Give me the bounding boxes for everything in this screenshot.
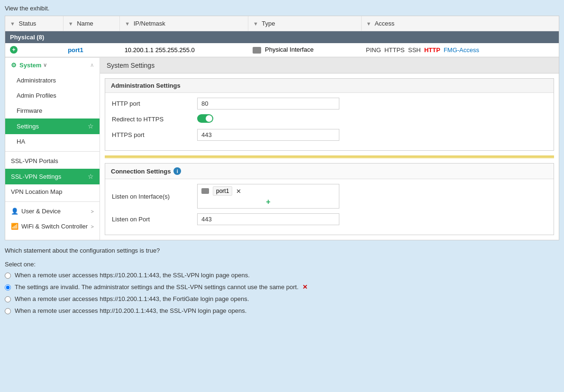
status-plus-icon: +: [10, 46, 18, 54]
option-2-text: The settings are invalid. The administra…: [15, 283, 299, 291]
filter-icon-name: ▼: [68, 21, 73, 27]
option-4: When a remote user accesses http://10.20…: [5, 307, 559, 314]
col-name[interactable]: ▼ Name: [63, 16, 119, 31]
port1-tag: port1: [213, 186, 232, 196]
listen-interface-label: Listen on Interface(s): [112, 193, 197, 200]
admin-settings-section: Administration Settings HTTP port Redire…: [105, 78, 554, 151]
ssl-vpn-portals-label: SSL-VPN Portals: [11, 157, 58, 164]
system-chevron: ∨: [43, 62, 47, 68]
listen-port-value: [197, 213, 547, 225]
listen-port-row: Listen on Port: [112, 213, 547, 225]
sidebar-item-administrators[interactable]: Administrators: [5, 73, 100, 88]
add-interface-button[interactable]: +: [201, 198, 335, 206]
admin-settings-header: Administration Settings: [105, 79, 554, 93]
exhibit-container: ▼ Status ▼ Name ▼ IP/Netmask ▼ Type ▼: [5, 16, 559, 240]
system-label: System: [19, 62, 41, 69]
access-fmg: FMG-Access: [444, 46, 479, 54]
col-ip-label: IP/Netmask: [134, 20, 165, 27]
settings-star-icon: ☆: [88, 122, 94, 130]
interface-table: ▼ Status ▼ Name ▼ IP/Netmask ▼ Type ▼: [5, 16, 559, 57]
option-2-radio[interactable]: [5, 284, 11, 291]
option-3-radio[interactable]: [5, 296, 11, 302]
option-3: When a remote user accesses https://10.2…: [5, 295, 559, 302]
row-status: +: [5, 43, 63, 57]
firmware-label: Firmware: [17, 107, 42, 114]
sidebar-item-vpn-location-map[interactable]: VPN Location Map: [5, 184, 100, 200]
ha-label: HA: [17, 138, 25, 145]
listen-port-input[interactable]: [197, 213, 339, 225]
row-type: Physical Interface: [248, 43, 361, 57]
admin-profiles-label: Admin Profiles: [17, 92, 56, 99]
sidebar-item-ssl-vpn-settings[interactable]: SSL-VPN Settings ☆: [5, 169, 100, 184]
http-port-value: [197, 98, 547, 109]
filter-icon-status: ▼: [10, 21, 15, 27]
sidebar: ⚙ System ∨ ∧ Administrators Admin Profil…: [5, 58, 100, 240]
sidebar-item-settings[interactable]: Settings ☆: [5, 119, 100, 134]
https-port-value: [197, 129, 547, 141]
sidebar-item-firmware[interactable]: Firmware: [5, 103, 100, 119]
option-4-text: When a remote user accesses http://10.20…: [15, 307, 246, 314]
section-separator: [105, 155, 554, 158]
option-1-text: When a remote user accesses https://10.2…: [15, 272, 250, 279]
filter-icon-ip: ▼: [125, 21, 130, 27]
content-panel: System Settings Administration Settings …: [100, 58, 559, 240]
listen-interface-value: port1 ✕ +: [197, 184, 547, 209]
option-2: The settings are invalid. The administra…: [5, 283, 559, 291]
https-port-label: HTTPS port: [112, 131, 197, 138]
interface-row: + port1 10.200.1.1 255.255.255.0 Physica…: [5, 43, 559, 57]
interface-tag-row: port1 ✕: [201, 186, 335, 196]
sidebar-divider-2: [5, 201, 100, 202]
http-port-input[interactable]: [197, 98, 339, 109]
vpn-location-map-label: VPN Location Map: [11, 188, 62, 195]
https-port-input[interactable]: [197, 129, 339, 141]
user-icon: 👤: [11, 208, 18, 215]
wifi-icon: 📶: [11, 223, 18, 230]
group-row: Physical (8): [5, 31, 559, 44]
row-ip: 10.200.1.1 255.255.255.0: [120, 43, 248, 57]
wifi-switch-label: WiFi & Switch Controller: [21, 223, 88, 230]
col-type-label: Type: [262, 20, 275, 27]
wrong-icon: ✕: [302, 283, 308, 291]
sidebar-item-wifi-switch[interactable]: 📶 WiFi & Switch Controller >: [5, 219, 100, 234]
col-status-label: Status: [19, 20, 36, 27]
sidebar-divider-1: [5, 151, 100, 152]
redirect-toggle: [197, 114, 547, 124]
sidebar-item-system[interactable]: ⚙ System ∨ ∧: [5, 58, 100, 73]
connection-settings-body: Listen on Interface(s) port1 ✕ +: [105, 179, 554, 235]
option-1-radio[interactable]: [5, 273, 11, 279]
info-icon[interactable]: i: [173, 167, 181, 175]
sidebar-item-admin-profiles[interactable]: Admin Profiles: [5, 88, 100, 103]
port1-monitor-icon: [201, 188, 209, 194]
option-3-text: When a remote user accesses https://10.2…: [15, 295, 249, 302]
redirect-https-row: Redirect to HTTPS: [112, 114, 547, 124]
row-name[interactable]: port1: [63, 43, 119, 57]
sidebar-item-ssl-vpn-portals[interactable]: SSL-VPN Portals: [5, 154, 100, 169]
administrators-label: Administrators: [17, 77, 56, 84]
http-port-label: HTTP port: [112, 100, 197, 107]
sidebar-item-user-device[interactable]: 👤 User & Device >: [5, 204, 100, 219]
ssl-vpn-settings-label: SSL-VPN Settings: [11, 173, 61, 180]
settings-label: Settings: [17, 123, 39, 130]
filter-icon-type: ▼: [253, 21, 258, 27]
col-access[interactable]: ▼ Access: [361, 16, 559, 31]
user-device-label: User & Device: [21, 208, 61, 215]
monitor-icon: [253, 47, 261, 54]
http-port-row: HTTP port: [112, 98, 547, 109]
remove-port1-button[interactable]: ✕: [236, 188, 241, 195]
question-text: Which statement about the configuration …: [5, 247, 559, 254]
col-type[interactable]: ▼ Type: [248, 16, 361, 31]
option-4-radio[interactable]: [5, 308, 11, 314]
access-https: HTTPS: [384, 46, 406, 54]
sidebar-item-ha[interactable]: HA: [5, 134, 100, 149]
redirect-toggle-switch[interactable]: [197, 114, 213, 123]
interface-box: port1 ✕ +: [197, 184, 339, 209]
add-interface-row: +: [201, 196, 335, 206]
panel-title: System Settings: [100, 58, 559, 73]
ssl-vpn-star-icon: ☆: [88, 173, 94, 180]
col-status[interactable]: ▼ Status: [5, 16, 63, 31]
user-device-arrow: >: [91, 209, 94, 214]
access-ssh: SSH: [408, 46, 422, 54]
port-link[interactable]: port1: [68, 46, 83, 54]
col-ipnetmask[interactable]: ▼ IP/Netmask: [120, 16, 248, 31]
redirect-label: Redirect to HTTPS: [112, 116, 197, 123]
